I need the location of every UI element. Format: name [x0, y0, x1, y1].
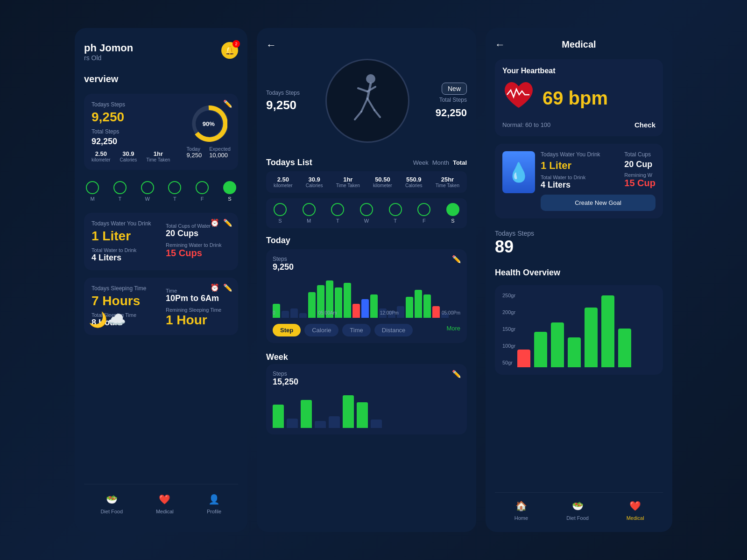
- bar-16: [406, 297, 413, 318]
- week-days-mid: S M T W T F S: [266, 198, 467, 228]
- today-label: Today: [187, 146, 202, 152]
- right-back-arrow[interactable]: ←: [495, 39, 505, 51]
- today-steps-label: Steps: [273, 256, 460, 262]
- alarm-icon[interactable]: ⏰: [210, 218, 219, 227]
- tab-month[interactable]: Month: [432, 159, 449, 166]
- new-badge: New: [442, 83, 467, 95]
- mid-circle-T2: [389, 203, 402, 216]
- stat-cal-val: 30.9: [120, 150, 137, 157]
- wbar-2: [287, 419, 298, 428]
- filter-calorie[interactable]: Calorie: [304, 324, 338, 336]
- total-drink-label-r: Total Water to Drink: [541, 175, 600, 180]
- runner-section: Todays Steps 9,250 New Total Steps 92,25…: [266, 59, 467, 143]
- mid-day-F[interactable]: F: [417, 203, 430, 224]
- remaining-water-val: 15 Cups: [166, 248, 231, 259]
- mid-circle-S1: [274, 203, 287, 216]
- stat-km: 2.50 kilometer: [92, 150, 111, 162]
- wbar-7: [357, 402, 368, 428]
- mid-label-F: F: [423, 218, 426, 224]
- day-M[interactable]: M: [86, 181, 99, 202]
- sleep-value: 7 Hours: [92, 294, 156, 308]
- sleep-edit-icon[interactable]: ✏️: [223, 283, 233, 292]
- hb-footer: Normal: 60 to 100 Check: [502, 121, 655, 129]
- bar-10: [352, 304, 360, 318]
- runner-steps-right: New Total Steps 92,250: [436, 83, 467, 119]
- user-age: rs Old: [84, 54, 133, 62]
- hb-main: 69 bpm: [502, 81, 655, 115]
- day-T1[interactable]: T: [113, 181, 127, 202]
- wbar-3: [301, 400, 312, 428]
- right-nav-home[interactable]: 🏠 Home: [514, 498, 529, 521]
- mid-day-M[interactable]: M: [303, 203, 316, 224]
- water-med-card: 💧 Todays Water You Drink 1 Liter Total W…: [495, 144, 663, 218]
- right-nav-medical[interactable]: ❤️ Medical: [627, 498, 644, 521]
- mid-circle-F: [417, 203, 430, 216]
- stat-km-val: 2.50: [92, 150, 111, 157]
- filter-time[interactable]: Time: [342, 324, 370, 336]
- total-water-val: 4 Liters: [92, 253, 156, 263]
- middle-back-arrow[interactable]: ←: [266, 39, 467, 51]
- water-card: ⏰ ✏️ Todays Water You Drink 1 Liter Tota…: [84, 213, 238, 270]
- day-circles: M T W T F S: [84, 177, 238, 205]
- y-200: 200gr: [502, 309, 515, 315]
- day-circle-T1: [113, 181, 127, 194]
- water-today-label: Todays Water You Drink: [541, 151, 600, 158]
- mid-day-T1[interactable]: T: [331, 203, 344, 224]
- sleep-alarm-icon[interactable]: ⏰: [210, 283, 219, 292]
- total-steps-label: Total Steps: [92, 128, 179, 135]
- hbar-6: [601, 295, 614, 367]
- bell-icon[interactable]: 🔔 2: [221, 42, 238, 59]
- day-F[interactable]: F: [196, 181, 209, 202]
- summary-cal-val: 30.9: [306, 176, 323, 183]
- summary-time: 1hr Time Taken: [336, 176, 360, 188]
- steps-stats-row: 2.50 kilometer 30.9 Calories 1hr Time Ta…: [92, 150, 179, 162]
- nav-medical[interactable]: ❤️ Medical: [156, 492, 174, 514]
- mid-circle-W: [360, 203, 373, 216]
- mid-circle-T1: [331, 203, 344, 216]
- x-label-0: 0: [273, 310, 275, 315]
- filter-distance[interactable]: Distance: [374, 324, 413, 336]
- nav-profile[interactable]: 👤 Profile: [207, 492, 222, 514]
- week-title: Week: [266, 352, 467, 362]
- week-bar-chart: [273, 391, 460, 428]
- user-info: ph Jomon rs Old: [84, 42, 133, 62]
- create-new-goal-button[interactable]: Create New Goal: [541, 195, 655, 211]
- health-chart-inner: 250gr 200gr 150gr 100gr 50gr: [502, 293, 655, 367]
- bar-9: [344, 283, 351, 318]
- health-bar-chart: [517, 293, 631, 367]
- mid-day-W[interactable]: W: [360, 203, 373, 224]
- filter-step[interactable]: Step: [273, 324, 301, 336]
- health-chart-card: 250gr 200gr 150gr 100gr 50gr: [495, 285, 663, 375]
- water-edit-icon[interactable]: ✏️: [223, 218, 233, 227]
- steps-right: 90% Today 9,250 Expected 10,000: [187, 105, 231, 159]
- more-button[interactable]: More: [446, 325, 460, 332]
- tab-week[interactable]: Week: [413, 159, 429, 166]
- heartbeat-card: Your Heartbeat 69 bpm Normal: 60 to 100 …: [495, 59, 663, 136]
- bpm-value: 69 bpm: [543, 88, 608, 109]
- water-med-right-col: Total Cups 20 Cup Remining W 15 Cup: [624, 151, 655, 190]
- hbar-2: [534, 332, 547, 367]
- week-chart-edit[interactable]: ✏️: [452, 370, 461, 378]
- heart-icon: [502, 81, 535, 115]
- bar-4: [299, 313, 307, 318]
- sleep-card: ⏰ ✏️ Todays Sleeping Time 7 Hours Total …: [84, 278, 238, 335]
- water-today-val: 1 Liter: [541, 160, 600, 172]
- y-100: 100gr: [502, 343, 515, 349]
- overview-title: verview: [84, 74, 238, 84]
- nav-diet-food[interactable]: 🥗 Diet Food: [100, 492, 123, 514]
- total-steps-val-mid: 92,250: [436, 107, 467, 119]
- mid-label-S1: S: [278, 218, 282, 224]
- mid-circle-S2: [446, 203, 459, 216]
- day-W[interactable]: W: [141, 181, 154, 202]
- mid-day-S2[interactable]: S: [446, 203, 459, 224]
- day-S[interactable]: S: [223, 181, 236, 202]
- mid-label-M: M: [307, 218, 311, 224]
- mid-day-S1[interactable]: S: [274, 203, 287, 224]
- tab-total[interactable]: Total: [453, 159, 467, 166]
- today-chart-edit[interactable]: ✏️: [452, 255, 461, 264]
- mid-day-T2[interactable]: T: [389, 203, 402, 224]
- day-T2[interactable]: T: [168, 181, 181, 202]
- stat-time: 1hr Time Taken: [146, 150, 170, 162]
- right-nav-diet[interactable]: 🥗 Diet Food: [566, 498, 589, 521]
- check-button[interactable]: Check: [634, 121, 655, 129]
